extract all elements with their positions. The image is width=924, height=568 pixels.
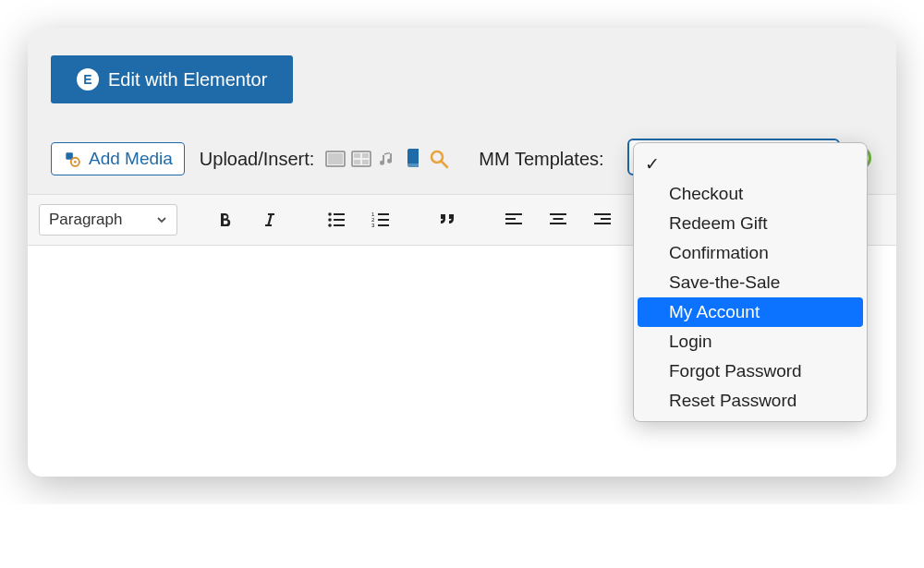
dropdown-option[interactable]: Login — [634, 327, 867, 357]
editor-panel: E Edit with Elementor Add Media Upload/I… — [28, 28, 896, 477]
svg-rect-31 — [553, 218, 564, 220]
svg-rect-10 — [407, 163, 419, 167]
dropdown-option-label: Save-the-Sale — [669, 272, 780, 293]
chevron-down-icon — [156, 214, 167, 225]
search-insert-icon[interactable] — [429, 151, 449, 167]
svg-point-17 — [328, 218, 332, 222]
media-toolbar: Add Media Upload/Insert: — [51, 142, 873, 175]
dropdown-option[interactable]: Reset Password — [634, 386, 867, 416]
svg-rect-24 — [378, 219, 389, 221]
svg-rect-34 — [601, 218, 611, 220]
align-left-button[interactable] — [495, 204, 532, 236]
upload-insert-label: Upload/Insert: — [200, 149, 315, 170]
check-icon: ✓ — [643, 153, 662, 175]
dropdown-option-label: Checkout — [669, 184, 743, 204]
add-media-label: Add Media — [89, 149, 173, 169]
dropdown-option[interactable]: My Account — [638, 297, 863, 327]
bullet-list-button[interactable] — [318, 204, 355, 236]
dropdown-option-label: Reset Password — [669, 391, 796, 411]
edit-with-elementor-button[interactable]: E Edit with Elementor — [51, 55, 293, 103]
svg-rect-26 — [378, 224, 389, 226]
align-center-button[interactable] — [540, 204, 577, 236]
dropdown-option[interactable]: Forgot Password — [634, 357, 867, 386]
dropdown-option[interactable]: ✓ — [634, 149, 867, 179]
svg-point-15 — [328, 212, 332, 216]
svg-rect-8 — [354, 160, 360, 164]
svg-rect-29 — [505, 223, 522, 224]
video-insert-icon[interactable] — [351, 151, 371, 167]
dropdown-option-label: Login — [669, 332, 712, 352]
bold-button[interactable] — [207, 204, 244, 236]
format-select-label: Paragraph — [49, 211, 122, 229]
svg-rect-6 — [354, 153, 360, 158]
svg-rect-28 — [505, 218, 516, 220]
svg-rect-35 — [594, 223, 611, 224]
camera-icon — [63, 150, 81, 168]
dropdown-option[interactable]: Confirmation — [634, 238, 867, 268]
dropdown-option-label: Forgot Password — [669, 361, 802, 381]
mm-templates-label: MM Templates: — [479, 149, 603, 170]
image-insert-icon[interactable] — [325, 151, 346, 167]
mm-templates-dropdown[interactable]: ✓CheckoutRedeem GiftConfirmationSave-the… — [633, 142, 868, 422]
svg-rect-16 — [334, 213, 345, 215]
svg-rect-27 — [505, 213, 522, 215]
svg-rect-33 — [594, 213, 611, 215]
numbered-list-button[interactable]: 123 — [362, 204, 399, 236]
svg-rect-4 — [328, 153, 343, 164]
svg-rect-7 — [362, 153, 369, 158]
svg-rect-18 — [334, 219, 345, 221]
align-right-button[interactable] — [584, 204, 621, 236]
svg-rect-30 — [550, 213, 566, 215]
format-select[interactable]: Paragraph — [39, 204, 177, 236]
svg-rect-9 — [362, 160, 369, 164]
svg-line-12 — [442, 162, 447, 167]
svg-rect-32 — [550, 223, 566, 224]
svg-point-2 — [74, 161, 77, 163]
add-media-button[interactable]: Add Media — [51, 142, 185, 175]
dropdown-option-label: Redeem Gift — [669, 213, 768, 234]
elementor-button-label: Edit with Elementor — [108, 69, 267, 91]
blockquote-button[interactable] — [429, 204, 466, 236]
svg-point-19 — [328, 224, 332, 227]
dropdown-option[interactable]: Save-the-Sale — [634, 268, 867, 297]
svg-rect-20 — [334, 224, 345, 226]
audio-insert-icon[interactable] — [377, 151, 397, 167]
dropdown-option-label: My Account — [669, 302, 760, 322]
insert-icons — [325, 151, 449, 167]
italic-button[interactable] — [251, 204, 288, 236]
dropdown-option-label: Confirmation — [669, 243, 769, 263]
book-insert-icon[interactable] — [403, 151, 423, 167]
top-area: E Edit with Elementor Add Media Upload/I… — [28, 28, 896, 194]
dropdown-option[interactable]: Checkout — [634, 179, 867, 209]
svg-rect-22 — [378, 213, 389, 215]
svg-text:3: 3 — [371, 223, 375, 228]
elementor-icon: E — [77, 68, 99, 91]
dropdown-option[interactable]: Redeem Gift — [634, 209, 867, 238]
